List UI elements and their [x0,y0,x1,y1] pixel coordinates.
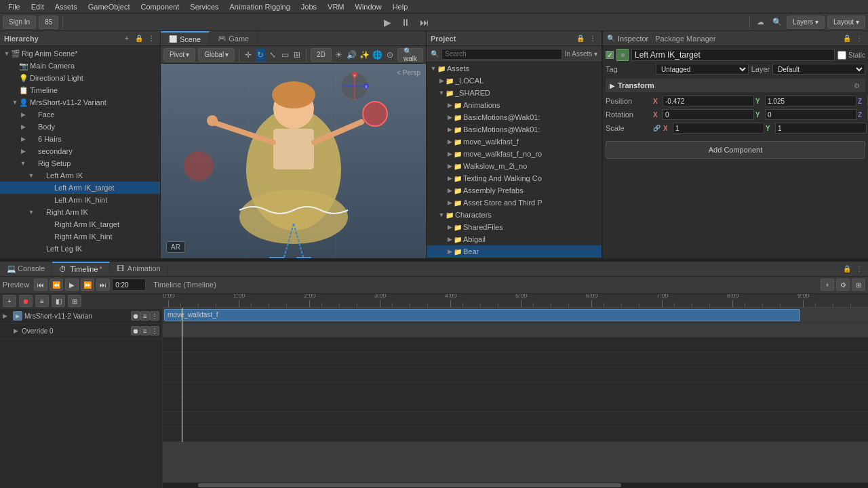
inspector-lock-icon[interactable]: 🔒 [842,34,852,43]
pivot-dropdown[interactable]: Pivot ▾ [163,48,195,62]
track-expand-icon[interactable]: ▶ [3,312,11,319]
project-folder-animations[interactable]: ▶📁Animations [427,99,601,111]
timeline-scrollbar-thumb[interactable] [198,483,621,487]
hierarchy-item-right-arm-ik-hint[interactable]: Right Arm IK_hint [0,230,160,243]
tl-time-input[interactable] [112,279,146,291]
tl-end-btn[interactable]: ⏭ [96,279,110,291]
track-2-mute-btn[interactable]: ≡ [140,326,150,336]
project-folder-texting[interactable]: ▶📁Texting And Walking Co [427,172,601,184]
tab-scene[interactable]: ⬜ Scene [161,31,210,45]
project-folder-characters[interactable]: ▼📁Characters [427,209,601,221]
package-manager-btn[interactable]: Package Manager [655,35,715,43]
project-folder-assembly-prefabs[interactable]: ▶📁Assembly Prefabs [427,184,601,197]
project-folder-local[interactable]: ▶📁_LOCAL [427,75,601,87]
project-search-input[interactable] [441,49,562,60]
static-checkbox[interactable] [837,51,846,60]
hierarchy-item-left-leg-ik[interactable]: Left Leg IK [0,243,160,255]
hierarchy-item-secondary[interactable]: ▶secondary [0,145,160,157]
hierarchy-add-icon[interactable]: + [122,34,132,43]
tab-game[interactable]: 🎮 Game [210,31,258,45]
track-2-lock-btn[interactable]: ⋮ [150,326,159,336]
hierarchy-item-face[interactable]: ▶Face [0,108,160,121]
gizmo-rect[interactable]: ▭ [280,48,290,62]
track-1-lock-btn[interactable]: ⋮ [150,311,159,321]
track-1-mute-btn[interactable]: ≡ [140,311,150,321]
rot-y-input[interactable] [765,109,856,120]
tl-add-btn[interactable]: + [821,279,834,291]
cloud-id-button[interactable]: 85 [39,16,58,29]
menu-services[interactable]: Services [184,0,224,13]
project-folder-abigail[interactable]: ▶📁Abigail [427,233,601,245]
menu-gameobject[interactable]: GameObject [83,0,136,13]
hierarchy-item-rig-setup[interactable]: ▼Rig Setup [0,157,160,169]
in-assets-dropdown[interactable]: In Assets ▾ [565,50,597,58]
tl-play-btn[interactable]: ▶ [65,279,79,291]
gizmo-compass[interactable]: Y X [338,69,372,103]
bottom-lock-icon[interactable]: 🔒 [842,264,852,273]
tl-prev-btn[interactable]: ⏪ [50,279,63,291]
2d-toggle[interactable]: 2D [311,48,332,62]
tl-settings-btn[interactable]: ⚙ [836,279,850,291]
menu-assets[interactable]: Assets [50,0,83,13]
layout-dropdown[interactable]: Layout ▾ [827,16,865,29]
project-lock-icon[interactable]: 🔒 [576,34,585,43]
project-folder-move-walkfast2[interactable]: ▶📁move_walkfast_f_no_ro [427,148,601,160]
inspector-menu-icon[interactable]: ⋮ [854,34,864,43]
hierarchy-item-left-arm-ik[interactable]: ▼Left Arm IK [0,169,160,182]
tab-animation[interactable]: 🎞 Animation [110,262,168,276]
gizmo-scale[interactable]: ⤡ [268,48,277,62]
lighting-icon[interactable]: ☀ [334,48,344,62]
tl-track-expand-btn[interactable]: ⊞ [68,295,81,307]
pause-button[interactable]: ⏸ [398,17,413,28]
menu-jobs[interactable]: Jobs [296,0,322,13]
pos-y-input[interactable] [765,96,856,106]
cloud-icon[interactable]: ☁ [754,16,768,29]
menu-animation-rigging[interactable]: Animation Rigging [224,0,296,13]
rot-x-input[interactable] [663,109,754,120]
project-folder-basic-motions2[interactable]: ▶📁BasicMotions@Wak01: [427,123,601,136]
search-icon[interactable]: 🔍 [770,16,784,29]
menu-vrm[interactable]: VRM [322,0,349,13]
hierarchy-item-right-arm-ik[interactable]: ▼Right Arm IK [0,206,160,218]
bottom-menu-icon[interactable]: ⋮ [854,264,864,273]
play-button[interactable]: ▶ [381,17,394,28]
track-expand-override-icon[interactable]: ▶ [14,327,22,334]
gizmo-move[interactable]: ✛ [243,48,253,62]
menu-window[interactable]: Window [350,0,387,13]
timeline-ruler[interactable]: 0:001:002:003:004:005:006:007:008:009:00 [163,294,868,308]
track-2-record-btn[interactable]: ⏺ [131,326,140,336]
hierarchy-item-timeline[interactable]: 📋Timeline [0,84,160,96]
menu-file[interactable]: File [3,0,26,13]
project-folder-shared-files[interactable]: ▶📁SharedFiles [427,221,601,233]
project-folder-basic-motions[interactable]: ▶📁BasicMotions@Wak01: [427,111,601,123]
fx-icon[interactable]: ✨ [359,48,370,62]
project-folder-asset-store[interactable]: ▶📁Asset Store and Third P [427,197,601,209]
tl-track-collapse-btn[interactable]: ◧ [52,295,65,307]
tl-next-btn[interactable]: ⏩ [81,279,94,291]
hierarchy-item-6-hairs[interactable]: ▶6 Hairs [0,133,160,145]
hierarchy-item-mrsshort-variant[interactable]: ▼👤MrsShort-v11-2 Variant [0,96,160,108]
tag-select[interactable]: Untagged [656,64,749,75]
scale-x-input[interactable] [673,123,764,134]
timeline-scrollbar[interactable] [163,483,868,488]
hierarchy-menu-icon[interactable]: ⋮ [146,34,156,43]
menu-component[interactable]: Component [135,0,184,13]
gizmo-transform[interactable]: ⊞ [292,48,302,62]
hierarchy-lock-icon[interactable]: 🔒 [134,34,144,43]
hierarchy-item-rig-anim-scene[interactable]: ▼🎬Rig Anim Scene* [0,47,160,60]
project-folder-bear[interactable]: ▶📁Bear [427,245,601,258]
project-folder-move-walkfast[interactable]: ▶📁move_walkfast_f [427,136,601,148]
menu-edit[interactable]: Edit [26,0,50,13]
step-button[interactable]: ⏭ [417,17,432,28]
gizmos-icon[interactable]: ⊙ [385,48,395,62]
project-folder-shared[interactable]: ▼📁_SHARED [427,87,601,99]
tl-record-btn[interactable]: ⏺ [19,295,33,307]
hierarchy-item-left-arm-ik-hint[interactable]: Left Arm IK_hint [0,194,160,206]
add-component-button[interactable]: Add Component [606,141,865,159]
object-name-input[interactable] [631,49,835,61]
tl-add-track-btn[interactable]: + [3,295,16,307]
track-1-record-btn[interactable]: ⏺ [131,311,140,321]
object-enabled-checkbox[interactable]: ✓ [606,51,614,59]
tl-collapse-btn[interactable]: ⊞ [852,279,865,291]
audio-icon[interactable]: 🔊 [347,48,357,62]
